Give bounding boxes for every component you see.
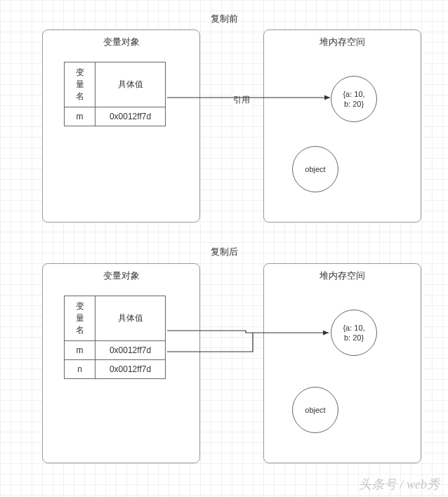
after-col-value: 具体值 (95, 296, 166, 341)
before-title: 复制前 (0, 13, 448, 25)
before-col-name: 变量名 (65, 62, 95, 107)
before-row0-value: 0x0012ff7d (95, 107, 166, 126)
before-heap-object: {a: 10, b: 20} (331, 76, 377, 122)
table-row: m 0x0012ff7d (65, 341, 166, 360)
after-heap-object-text: {a: 10, b: 20} (343, 323, 364, 343)
after-heap-label-circle: object (292, 387, 338, 433)
after-heap-panel-title: 堆内存空间 (264, 270, 421, 282)
after-title: 复制后 (0, 246, 448, 258)
before-variable-panel: 变量对象 变量名 具体值 m 0x0012ff7d (42, 29, 200, 223)
after-heap-label-text: object (305, 405, 325, 415)
after-row1-name: n (65, 360, 95, 379)
before-heap-panel: 堆内存空间 {a: 10, b: 20} object (263, 29, 421, 223)
before-heap-object-text: {a: 10, b: 20} (343, 89, 364, 110)
after-row0-value: 0x0012ff7d (95, 341, 166, 360)
before-variable-table: 变量名 具体值 m 0x0012ff7d (64, 62, 166, 126)
after-variable-panel: 变量对象 变量名 具体值 m 0x0012ff7d n 0x0012ff7d (42, 263, 200, 463)
before-variable-panel-title: 变量对象 (43, 36, 199, 48)
before-arrow-label: 引用 (232, 94, 251, 106)
after-row0-name: m (65, 341, 95, 360)
before-col-value: 具体值 (95, 62, 166, 107)
after-heap-panel: 堆内存空间 {a: 10, b: 20} object (263, 263, 421, 463)
before-heap-label-circle: object (292, 146, 338, 192)
after-col-name: 变量名 (65, 296, 95, 341)
table-row: n 0x0012ff7d (65, 360, 166, 379)
table-row: m 0x0012ff7d (65, 107, 166, 126)
after-variable-panel-title: 变量对象 (43, 270, 199, 282)
after-heap-object: {a: 10, b: 20} (331, 310, 377, 356)
after-variable-table: 变量名 具体值 m 0x0012ff7d n 0x0012ff7d (64, 296, 166, 379)
before-row0-name: m (65, 107, 95, 126)
after-row1-value: 0x0012ff7d (95, 360, 166, 379)
watermark: 头条号 / web秀 (359, 476, 440, 493)
before-heap-label-text: object (305, 164, 325, 174)
before-heap-panel-title: 堆内存空间 (264, 36, 421, 48)
